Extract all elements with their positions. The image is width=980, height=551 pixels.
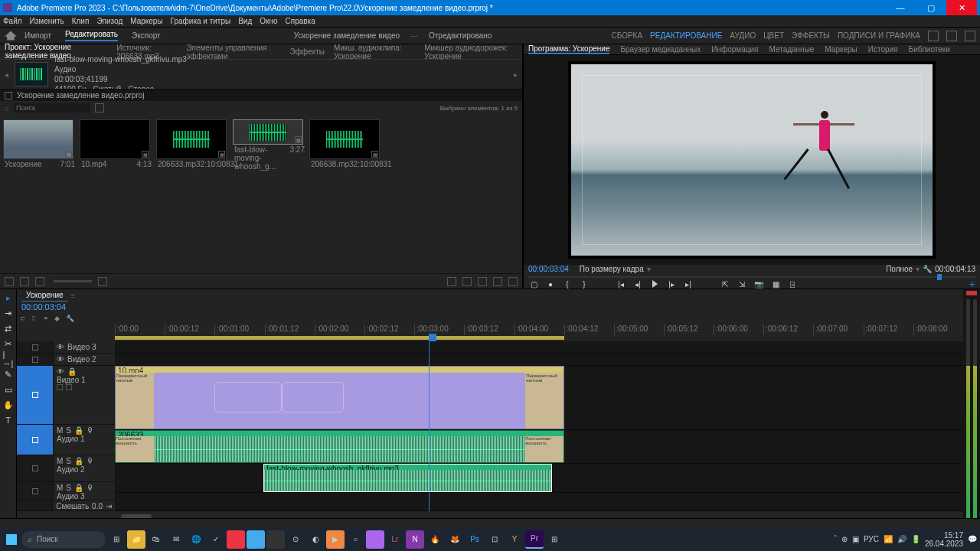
- bin-icon[interactable]: [5, 92, 12, 99]
- menu-sequence[interactable]: Эпизод: [96, 17, 122, 25]
- tab-markers[interactable]: Маркеры: [825, 45, 857, 54]
- app-icon[interactable]: [366, 530, 384, 549]
- app-icon[interactable]: ⊞: [545, 530, 564, 549]
- timeline-timecode[interactable]: 00:00:03:04: [21, 302, 66, 311]
- tab-effects[interactable]: Эффекты: [289, 46, 324, 57]
- maximize-button[interactable]: ▢: [916, 3, 946, 13]
- razor-tool[interactable]: ✂: [3, 338, 14, 349]
- mail-icon[interactable]: ✉: [167, 530, 185, 549]
- nest-icon[interactable]: ⊂: [20, 315, 28, 322]
- app-icon[interactable]: [227, 530, 245, 549]
- ps-icon[interactable]: Ps: [466, 530, 484, 549]
- solo-icon[interactable]: S: [66, 457, 71, 465]
- ws-editing[interactable]: РЕДАКТИРОВАНИЕ: [650, 31, 722, 40]
- lang-indicator[interactable]: РУС: [864, 535, 879, 543]
- goto-out-icon[interactable]: ▸|: [683, 279, 694, 289]
- sort-icon[interactable]: [98, 277, 107, 286]
- automate-icon[interactable]: [447, 277, 456, 286]
- extract-icon[interactable]: ⇲: [737, 279, 747, 289]
- expand-icon[interactable]: ⇥: [106, 502, 112, 510]
- time-ruler[interactable]: :00:00:00:00:12 :00:01:00:00:01:12 :00:0…: [17, 324, 963, 335]
- find-icon[interactable]: [462, 277, 472, 286]
- eye-icon[interactable]: 👁: [57, 343, 64, 351]
- explorer-icon[interactable]: 📁: [127, 530, 145, 549]
- ws-assembly[interactable]: СБОРКА: [611, 31, 642, 40]
- new-bin-icon[interactable]: [95, 103, 104, 112]
- ws-captions[interactable]: ПОДПИСИ И ГРАФИКА: [838, 31, 920, 40]
- a1-patch[interactable]: [17, 425, 54, 455]
- chevron-down-icon[interactable]: ▾: [647, 265, 651, 273]
- work-area-bar[interactable]: [115, 336, 564, 340]
- close-button[interactable]: ✕: [946, 0, 977, 15]
- program-timecode[interactable]: 00:00:03:04: [528, 265, 569, 273]
- taskbar-search[interactable]: ⌕Поиск: [21, 531, 106, 548]
- start-button[interactable]: [3, 531, 20, 548]
- ws-audio[interactable]: АУДИО: [730, 31, 756, 40]
- ws-color[interactable]: ЦВЕТ: [763, 31, 784, 40]
- v1-patch[interactable]: [17, 366, 54, 424]
- fullscreen-icon[interactable]: [965, 31, 975, 41]
- tab-effect-controls[interactable]: Элементы управления эффектами: [186, 42, 280, 62]
- timeline-tracks[interactable]: 10.mp4 Перекрестный наплыв Перекрестный …: [115, 341, 963, 511]
- video-clip[interactable]: 10.mp4 Перекрестный наплыв Перекрестный …: [115, 366, 564, 429]
- mute-icon[interactable]: M: [57, 426, 63, 435]
- audio-clip-1[interactable]: 206633 Постоянная мощность Постоянная мо…: [115, 430, 564, 463]
- share-icon[interactable]: ⍈: [787, 279, 798, 289]
- prev-icon[interactable]: ◂: [5, 70, 8, 79]
- app-icon[interactable]: 🔥: [426, 530, 444, 549]
- rectangle-tool[interactable]: ▭: [3, 384, 14, 395]
- wrench-icon[interactable]: 🔧: [923, 265, 932, 273]
- in-point-icon[interactable]: {: [562, 279, 573, 289]
- tab-export[interactable]: Экспорт: [132, 31, 161, 40]
- bin-item-selected[interactable]: ▦ fast-blow-moving-whoosh_g...3:27: [233, 119, 306, 171]
- playhead[interactable]: [429, 334, 436, 341]
- menu-markers[interactable]: Маркеры: [130, 17, 162, 25]
- notifications-icon[interactable]: 💬: [968, 535, 977, 543]
- slip-tool[interactable]: |↔|: [3, 354, 14, 364]
- menu-help[interactable]: Справка: [286, 17, 315, 25]
- tab-edit[interactable]: Редактировать: [65, 30, 118, 41]
- volume-icon[interactable]: 🔊: [897, 535, 906, 543]
- minimize-button[interactable]: —: [885, 3, 916, 12]
- type-tool[interactable]: T: [3, 415, 14, 425]
- app-icon[interactable]: 🦊: [446, 530, 464, 549]
- marker-add-icon[interactable]: ●: [545, 279, 556, 289]
- tab-program[interactable]: Программа: Ускорение: [528, 44, 609, 54]
- bin-item[interactable]: ▦ 206638.mp32:10:00831: [309, 119, 383, 171]
- out-point-icon[interactable]: }: [579, 279, 590, 289]
- tab-audio-clip-mixer[interactable]: Микш. аудиоклипа: Ускорение: [334, 42, 415, 62]
- chrome-icon[interactable]: 🌐: [187, 530, 205, 549]
- audio-clip-2[interactable]: fast-blow-moving-whoosh_gkflrivu.mp3: [263, 464, 552, 492]
- lift-icon[interactable]: ⇱: [720, 279, 730, 289]
- share-icon[interactable]: [946, 31, 957, 41]
- eye-icon[interactable]: 👁: [57, 367, 64, 376]
- app-icon[interactable]: Lr: [386, 530, 404, 549]
- menu-clip[interactable]: Клип: [72, 17, 90, 25]
- store-icon[interactable]: 🛍: [147, 530, 165, 549]
- snap-icon[interactable]: ⎍: [31, 315, 39, 322]
- quality-dropdown[interactable]: Полное: [886, 265, 913, 273]
- app-icon[interactable]: [247, 530, 265, 549]
- step-back-icon[interactable]: ◂|: [632, 279, 643, 289]
- mute-icon[interactable]: M: [57, 457, 63, 465]
- video-viewport[interactable]: [524, 55, 980, 265]
- marker-icon[interactable]: ▢: [528, 279, 539, 289]
- sequence-tab[interactable]: Ускорение: [21, 289, 68, 302]
- app-icon[interactable]: ⊙: [286, 530, 305, 549]
- tab-metadata[interactable]: Метаданные: [769, 45, 815, 54]
- new-bin-button[interactable]: [478, 277, 487, 286]
- link-icon[interactable]: ⚭: [43, 315, 51, 322]
- ws-effects[interactable]: ЭФФЕКТЫ: [792, 31, 830, 40]
- program-scrubber[interactable]: [524, 273, 980, 278]
- tab-media-browser[interactable]: Браузер медиаданных: [620, 45, 701, 54]
- app-icon[interactable]: [266, 530, 285, 549]
- solo-icon[interactable]: S: [66, 426, 71, 435]
- eye-icon[interactable]: 👁: [57, 355, 64, 364]
- lock-icon[interactable]: 🔒: [67, 367, 77, 376]
- todo-icon[interactable]: ✓: [207, 530, 225, 549]
- track-select-tool[interactable]: ⇥: [3, 308, 14, 318]
- app-icon[interactable]: ▶: [326, 530, 345, 549]
- tray-icon[interactable]: ⊕: [841, 535, 848, 543]
- quick-export-icon[interactable]: [928, 31, 939, 41]
- ripple-tool[interactable]: ⇄: [3, 323, 14, 334]
